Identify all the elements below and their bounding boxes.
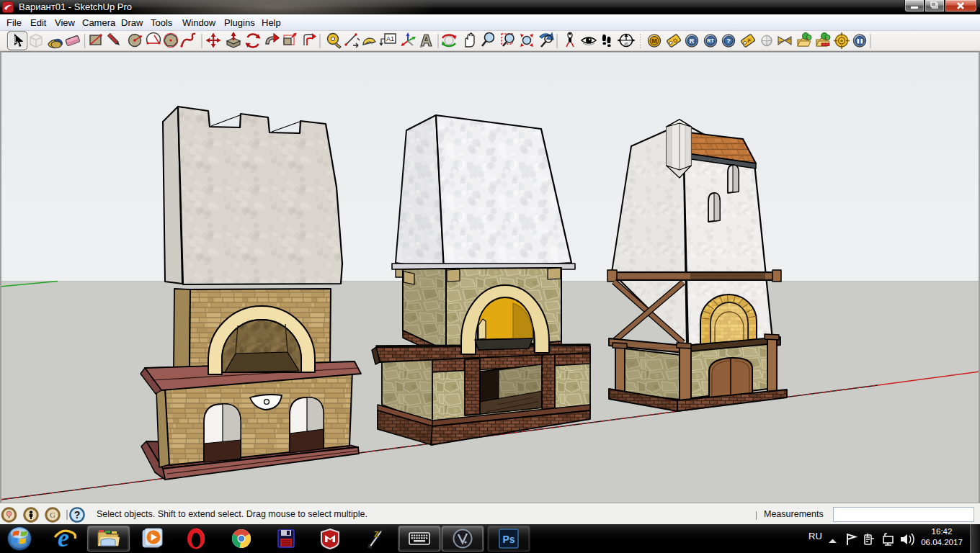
svg-text:O: O — [673, 37, 677, 44]
svg-text:e: e — [58, 524, 69, 552]
svg-text:F: F — [748, 37, 752, 44]
svg-text:R: R — [690, 37, 695, 45]
svg-text:G: G — [50, 511, 55, 519]
svg-text:?: ? — [74, 509, 81, 521]
svg-text:M: M — [651, 37, 657, 45]
svg-text:45: 45 — [624, 42, 628, 46]
svg-text:Ps: Ps — [502, 534, 514, 545]
svg-text:?: ? — [726, 37, 731, 45]
svg-text:❚❚: ❚❚ — [856, 39, 863, 44]
svg-text:Z: Z — [374, 530, 379, 539]
svg-text:RT: RT — [707, 38, 714, 43]
svg-text:A1: A1 — [386, 35, 394, 42]
